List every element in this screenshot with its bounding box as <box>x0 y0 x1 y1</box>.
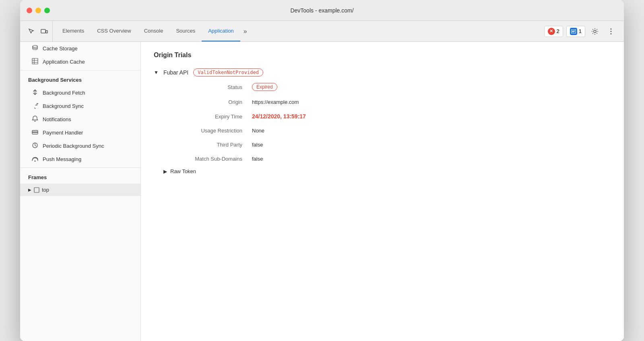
payment-handler-icon <box>31 129 39 136</box>
status-badge: Expired <box>252 83 277 91</box>
api-collapse-arrow[interactable]: ▼ <box>154 70 159 75</box>
sidebar-item-notifications[interactable]: Notifications <box>20 113 140 126</box>
expiry-time: 24/12/2020, 13:59:17 <box>252 113 306 120</box>
background-fetch-icon <box>31 89 39 97</box>
svg-point-9 <box>611 33 612 34</box>
raw-token-arrow[interactable]: ▶ <box>163 169 167 174</box>
errors-button[interactable]: ✕ 2 <box>544 26 563 37</box>
origin-label: Origin <box>163 99 252 105</box>
cache-storage-icon <box>31 45 39 52</box>
svg-rect-1 <box>46 31 47 33</box>
api-header: ▼ Fubar API ValidTokenNotProvided <box>154 68 611 76</box>
notifications-label: Notifications <box>43 116 71 122</box>
svg-rect-4 <box>572 31 575 31</box>
sidebar-item-top[interactable]: ▶ top <box>20 184 140 196</box>
origin-value: https://example.com <box>252 99 611 105</box>
svg-point-7 <box>611 28 612 29</box>
status-value: Expired <box>252 83 611 91</box>
application-cache-label: Application Cache <box>43 59 85 65</box>
content-panel: Origin Trials ▼ Fubar API ValidTokenNotP… <box>141 42 624 341</box>
usage-restriction-value: None <box>252 128 611 134</box>
sidebar: Cache Storage Application Cache Backgrou… <box>20 42 141 341</box>
expiry-label: Expiry Time <box>163 113 252 120</box>
background-sync-icon <box>31 102 39 110</box>
svg-point-8 <box>611 31 612 32</box>
close-button[interactable] <box>27 8 32 13</box>
raw-token-section: ▶ Raw Token <box>163 168 611 174</box>
tab-sources[interactable]: Sources <box>169 21 202 41</box>
usage-restriction-label: Usage Restriction <box>163 128 252 134</box>
cache-storage-label: Cache Storage <box>43 45 78 52</box>
sidebar-item-cache-storage[interactable]: Cache Storage <box>20 42 140 55</box>
more-tabs-button[interactable]: » <box>240 21 250 41</box>
devtools-window: DevTools - example.com/ Elements CSS Ove <box>20 0 624 341</box>
toolbar-icons <box>23 21 53 41</box>
notifications-icon <box>31 116 39 123</box>
titlebar: DevTools - example.com/ <box>20 0 624 21</box>
message-count-badge <box>570 28 577 35</box>
toolbar-right: ✕ 2 1 <box>541 21 621 41</box>
messages-button[interactable]: 1 <box>566 26 585 37</box>
background-services-header: Background Services <box>20 72 140 86</box>
sidebar-item-push-messaging[interactable]: Push Messaging <box>20 153 140 166</box>
frames-arrow-icon: ▶ <box>28 188 31 192</box>
error-count-badge: ✕ <box>548 28 555 35</box>
main-content: Cache Storage Application Cache Backgrou… <box>20 42 624 341</box>
more-options-button[interactable] <box>605 25 617 38</box>
push-messaging-icon <box>31 155 39 163</box>
sidebar-divider-2 <box>20 167 140 168</box>
page-title: Origin Trials <box>154 52 611 59</box>
svg-point-18 <box>35 161 36 162</box>
settings-button[interactable] <box>588 25 601 38</box>
api-name: Fubar API <box>163 69 188 76</box>
status-label: Status <box>163 83 252 91</box>
expiry-value: 24/12/2020, 13:59:17 <box>252 113 611 120</box>
sidebar-divider-1 <box>20 70 140 70</box>
background-sync-label: Background Sync <box>43 103 84 109</box>
top-frame-label: top <box>42 187 49 193</box>
periodic-bg-sync-label: Periodic Background Sync <box>43 143 104 149</box>
svg-rect-3 <box>572 30 576 33</box>
match-subdomains-label: Match Sub-Domains <box>163 156 252 162</box>
payment-handler-label: Payment Handler <box>43 130 83 136</box>
svg-rect-0 <box>41 29 45 33</box>
push-messaging-label: Push Messaging <box>43 156 81 162</box>
api-section: ▼ Fubar API ValidTokenNotProvided Status… <box>154 68 611 174</box>
svg-rect-19 <box>34 188 39 192</box>
frame-icon <box>34 187 39 193</box>
svg-rect-16 <box>32 132 38 133</box>
sidebar-item-background-sync[interactable]: Background Sync <box>20 99 140 113</box>
toolbar-tabs: Elements CSS Overview Console Sources Ap… <box>56 21 541 41</box>
application-cache-icon <box>31 58 39 66</box>
inspect-icon[interactable] <box>27 27 36 36</box>
sidebar-item-periodic-bg-sync[interactable]: Periodic Background Sync <box>20 139 140 153</box>
match-subdomains-value: false <box>252 156 611 162</box>
tab-elements[interactable]: Elements <box>56 21 91 41</box>
tab-application[interactable]: Application <box>202 21 240 41</box>
third-party-value: false <box>252 142 611 148</box>
sidebar-item-payment-handler[interactable]: Payment Handler <box>20 126 140 139</box>
background-fetch-label: Background Fetch <box>43 90 85 96</box>
svg-point-6 <box>594 30 596 33</box>
minimize-button[interactable] <box>35 8 41 13</box>
device-toggle-icon[interactable] <box>39 27 49 36</box>
tab-console[interactable]: Console <box>138 21 170 41</box>
message-count: 1 <box>579 28 582 34</box>
third-party-label: Third Party <box>163 142 252 148</box>
periodic-bg-sync-icon <box>31 142 39 150</box>
traffic-lights <box>27 8 50 13</box>
svg-rect-11 <box>32 58 38 64</box>
sidebar-item-application-cache[interactable]: Application Cache <box>20 55 140 68</box>
api-token-badge: ValidTokenNotProvided <box>193 68 263 76</box>
window-title: DevTools - example.com/ <box>290 7 353 14</box>
svg-point-10 <box>33 45 37 48</box>
tab-css-overview[interactable]: CSS Overview <box>91 21 138 41</box>
frames-header: Frames <box>20 169 140 184</box>
maximize-button[interactable] <box>44 8 50 13</box>
detail-grid: Status Expired Origin https://example.co… <box>163 83 611 162</box>
raw-token-label: Raw Token <box>170 168 196 174</box>
svg-rect-5 <box>572 31 574 32</box>
sidebar-item-background-fetch[interactable]: Background Fetch <box>20 86 140 99</box>
toolbar: Elements CSS Overview Console Sources Ap… <box>20 21 624 42</box>
error-count: 2 <box>557 28 559 34</box>
